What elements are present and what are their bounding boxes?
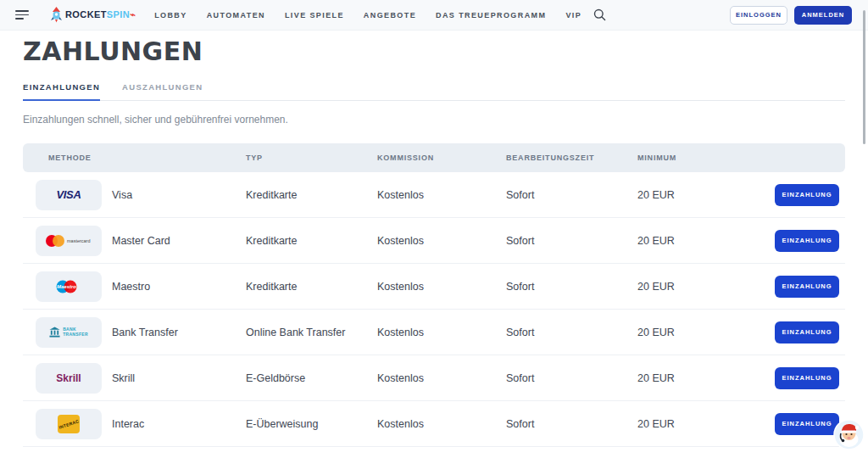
login-button[interactable]: EINLOGGEN	[730, 6, 787, 25]
svg-text:mastercard: mastercard	[67, 238, 91, 243]
table-row: mastercard Master Card Kreditkarte Koste…	[23, 218, 845, 264]
rocket-icon	[50, 7, 63, 23]
hamburger-menu-icon[interactable]	[15, 10, 30, 20]
method-minimum: 20 EUR	[637, 281, 760, 293]
support-chat-button[interactable]	[833, 419, 865, 450]
table-row: Maestro Maestro Kreditkarte Kostenlos So…	[23, 264, 845, 310]
payments-page: ZAHLUNGEN EINZAHLUNGEN AUSZAHLUNGEN Einz…	[0, 36, 868, 447]
svg-text:Maestro: Maestro	[57, 284, 76, 289]
method-name: Maestro	[112, 281, 246, 293]
method-minimum: 20 EUR	[637, 235, 760, 247]
page-title: ZAHLUNGEN	[23, 36, 845, 66]
support-agent-icon	[833, 419, 865, 450]
table-header-row: METHODE TYP KOMMISSION BEARBEITUNGSZEIT …	[23, 143, 845, 172]
method-name: Skrill	[112, 372, 246, 384]
auth-buttons: EINLOGGEN ANMELDEN	[730, 6, 852, 25]
deposit-button[interactable]: EINZAHLUNG	[775, 321, 839, 344]
table-row: Skrill Skrill E-Geldbörse Kostenlos Sofo…	[23, 355, 845, 401]
column-header-minimum: MINIMUM	[637, 154, 760, 162]
register-button[interactable]: ANMELDEN	[794, 6, 852, 25]
payment-logo-tile: mastercard	[36, 226, 102, 256]
payment-logo-tile: Maestro	[36, 271, 102, 302]
deposit-button[interactable]: EINZAHLUNG	[775, 184, 839, 206]
method-processing-time: Sofort	[506, 418, 637, 430]
page-scrollbar[interactable]	[860, 0, 868, 458]
payment-logo-tile: BANKTRANSFER	[36, 317, 102, 348]
maestro-logo-icon: Maestro	[53, 279, 85, 294]
method-name: Master Card	[112, 235, 246, 247]
method-type: Kreditkarte	[246, 235, 377, 247]
payment-logo-tile: INTERAC	[36, 409, 102, 439]
search-icon[interactable]	[593, 8, 606, 21]
method-commission: Kostenlos	[377, 372, 506, 384]
skrill-logo-icon: Skrill	[56, 372, 81, 384]
column-header-bearbeitungszeit: BEARBEITUNGSZEIT	[506, 154, 637, 162]
nav-item-lobby[interactable]: LOBBY	[154, 11, 187, 20]
top-navigation: ROCKETSPIN⌁ LOBBY AUTOMATEN LIVE SPIELE …	[0, 0, 868, 31]
main-menu: LOBBY AUTOMATEN LIVE SPIELE ANGEBOTE DAS…	[154, 11, 581, 20]
method-name: Bank Transfer	[112, 327, 246, 338]
method-processing-time: Sofort	[506, 327, 637, 338]
method-commission: Kostenlos	[377, 327, 506, 338]
tab-auszahlungen[interactable]: AUSZAHLUNGEN	[122, 82, 203, 101]
nav-item-treueprogramm[interactable]: DAS TREUEPROGRAMM	[436, 11, 546, 20]
nav-item-vip[interactable]: VIP	[565, 11, 581, 20]
brand-logo[interactable]: ROCKETSPIN⌁	[50, 7, 136, 23]
method-name: Interac	[112, 418, 246, 430]
method-minimum: 20 EUR	[637, 418, 760, 430]
method-processing-time: Sofort	[506, 189, 637, 201]
table-row: VISA Visa Kreditkarte Kostenlos Sofort 2…	[23, 172, 845, 218]
method-type: E-Überweisung	[246, 418, 377, 430]
deposit-button[interactable]: EINZAHLUNG	[775, 367, 839, 389]
scrollbar-thumb[interactable]	[863, 10, 865, 144]
nav-item-angebote[interactable]: ANGEBOTE	[364, 11, 416, 20]
method-type: E-Geldbörse	[246, 372, 377, 384]
column-header-methode: METHODE	[36, 154, 246, 162]
method-commission: Kostenlos	[377, 418, 506, 430]
table-row: INTERAC Interac E-Überweisung Kostenlos …	[23, 401, 845, 447]
nav-item-automaten[interactable]: AUTOMATEN	[207, 11, 265, 20]
method-minimum: 20 EUR	[637, 372, 760, 384]
deposit-button[interactable]: EINZAHLUNG	[775, 230, 839, 252]
deposit-button[interactable]: EINZAHLUNG	[775, 276, 839, 298]
method-minimum: 20 EUR	[637, 327, 760, 338]
mastercard-logo-icon: mastercard	[44, 233, 93, 249]
page-subtitle: Einzahlungen schnell, sicher und gebühre…	[23, 114, 845, 126]
method-processing-time: Sofort	[506, 281, 637, 293]
payment-logo-tile: VISA	[36, 180, 102, 210]
interac-logo-icon: INTERAC	[58, 415, 80, 433]
visa-logo-icon: VISA	[56, 188, 81, 201]
column-header-typ: TYP	[246, 154, 377, 162]
method-processing-time: Sofort	[506, 235, 637, 247]
tab-einzahlungen[interactable]: EINZAHLUNGEN	[23, 82, 100, 101]
nav-item-live-spiele[interactable]: LIVE SPIELE	[285, 11, 344, 20]
deposit-button[interactable]: EINZAHLUNG	[775, 413, 839, 435]
method-minimum: 20 EUR	[637, 189, 760, 201]
brand-logo-text: ROCKETSPIN⌁	[65, 9, 136, 20]
column-header-kommission: KOMMISSION	[377, 154, 506, 162]
method-name: Visa	[112, 189, 246, 201]
bank-transfer-logo-icon: BANKTRANSFER	[49, 327, 88, 338]
table-row: BANKTRANSFER Bank Transfer Online Bank T…	[23, 310, 845, 355]
method-processing-time: Sofort	[506, 372, 637, 384]
method-commission: Kostenlos	[377, 235, 506, 247]
payment-logo-tile: Skrill	[36, 363, 102, 394]
payments-table-body: VISA Visa Kreditkarte Kostenlos Sofort 2…	[23, 172, 845, 447]
payments-table: METHODE TYP KOMMISSION BEARBEITUNGSZEIT …	[23, 143, 845, 447]
payments-tabs: EINZAHLUNGEN AUSZAHLUNGEN	[23, 82, 845, 101]
method-commission: Kostenlos	[377, 189, 506, 201]
method-commission: Kostenlos	[377, 281, 506, 293]
method-type: Online Bank Transfer	[246, 327, 377, 338]
method-type: Kreditkarte	[246, 189, 377, 201]
method-type: Kreditkarte	[246, 281, 377, 293]
